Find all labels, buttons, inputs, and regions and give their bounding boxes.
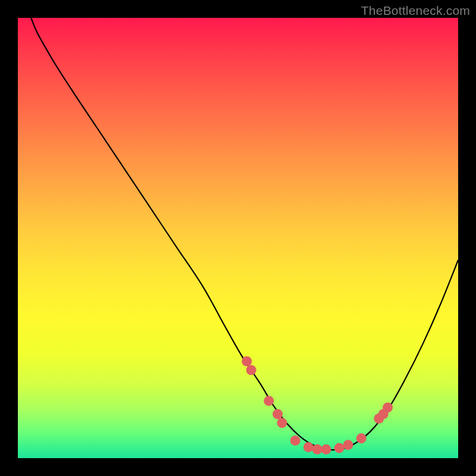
data-marker <box>321 444 331 455</box>
data-marker <box>356 433 367 443</box>
data-marker <box>290 436 300 446</box>
data-markers-group <box>242 356 393 455</box>
data-marker <box>383 402 393 412</box>
bottleneck-curve-chart <box>18 18 458 458</box>
data-marker <box>246 365 256 375</box>
data-marker <box>277 418 287 428</box>
data-marker <box>343 440 353 450</box>
watermark-text: TheBottleneck.com <box>361 4 470 18</box>
data-marker <box>273 409 283 419</box>
data-marker <box>334 443 345 453</box>
data-marker <box>264 396 274 406</box>
data-marker <box>303 442 314 452</box>
curve-line <box>18 0 458 450</box>
data-marker <box>242 356 252 367</box>
curve-line-group <box>18 0 458 450</box>
data-marker <box>312 444 322 455</box>
